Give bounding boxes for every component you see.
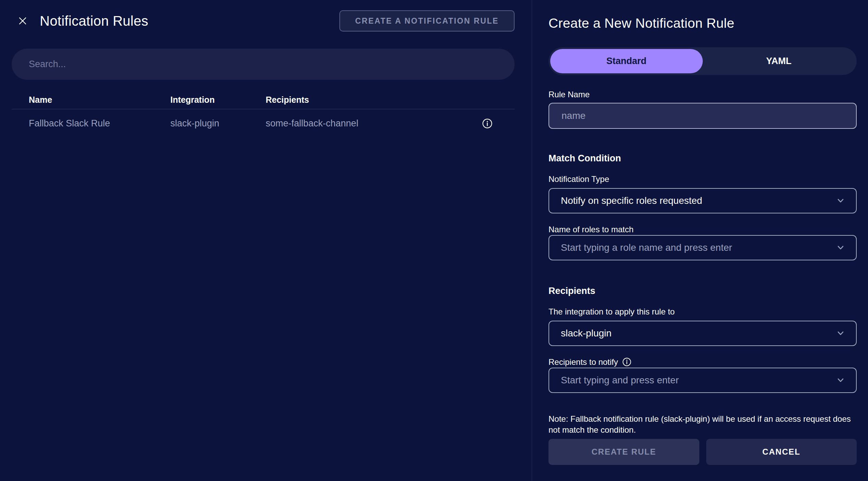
rules-table: Name Integration Recipients Fallback Sla… bbox=[12, 80, 515, 138]
roles-to-match-select[interactable]: Start typing a role name and press enter bbox=[548, 235, 857, 260]
recipients-to-notify-label-row: Recipients to notify bbox=[548, 357, 857, 367]
rule-name-cell: Fallback Slack Rule bbox=[29, 118, 170, 129]
notification-type-value: Notify on specific roles requested bbox=[561, 195, 702, 206]
form-actions: CREATE RULE CANCEL bbox=[548, 439, 857, 465]
rule-name-label: Rule Name bbox=[548, 89, 857, 99]
recipients-heading: Recipients bbox=[548, 285, 857, 296]
rule-integration-cell: slack-plugin bbox=[170, 118, 266, 129]
recipients-to-notify-label: Recipients to notify bbox=[548, 357, 618, 367]
table-row[interactable]: Fallback Slack Rule slack-plugin some-fa… bbox=[12, 109, 515, 138]
notification-rules-screen: Notification Rules CREATE A NOTIFICATION… bbox=[0, 0, 868, 481]
tab-standard[interactable]: Standard bbox=[550, 49, 703, 73]
editor-mode-toggle: Standard YAML bbox=[548, 47, 857, 75]
left-panel-header: Notification Rules CREATE A NOTIFICATION… bbox=[12, 10, 515, 32]
rule-recipients-cell: some-fallback-channel bbox=[266, 118, 460, 129]
column-header-recipients: Recipients bbox=[266, 95, 460, 105]
chevron-down-icon bbox=[835, 243, 846, 253]
create-rule-button[interactable]: CREATE RULE bbox=[548, 439, 699, 465]
search-input[interactable] bbox=[12, 49, 515, 80]
match-condition-heading: Match Condition bbox=[548, 153, 857, 164]
fallback-note: Note: Fallback notification rule (slack-… bbox=[548, 414, 857, 435]
column-header-name: Name bbox=[29, 95, 170, 105]
chevron-down-icon bbox=[835, 375, 846, 385]
column-header-actions bbox=[460, 95, 515, 105]
integration-value: slack-plugin bbox=[561, 328, 612, 339]
notification-rules-panel: Notification Rules CREATE A NOTIFICATION… bbox=[0, 0, 532, 481]
recipients-placeholder: Start typing and press enter bbox=[561, 375, 679, 386]
chevron-down-icon bbox=[835, 196, 846, 206]
info-icon[interactable] bbox=[622, 357, 631, 367]
info-icon[interactable] bbox=[482, 118, 493, 129]
rule-name-input[interactable] bbox=[548, 103, 857, 129]
chevron-down-icon bbox=[835, 328, 846, 338]
create-rule-panel: Create a New Notification Rule Standard … bbox=[532, 0, 868, 481]
integration-label: The integration to apply this rule to bbox=[548, 307, 857, 317]
roles-placeholder: Start typing a role name and press enter bbox=[561, 242, 732, 253]
tab-yaml[interactable]: YAML bbox=[703, 49, 855, 73]
column-header-integration: Integration bbox=[170, 95, 266, 105]
integration-select[interactable]: slack-plugin bbox=[548, 321, 857, 346]
notification-type-label: Notification Type bbox=[548, 174, 857, 184]
table-header-row: Name Integration Recipients bbox=[12, 80, 515, 109]
panel-title: Create a New Notification Rule bbox=[548, 16, 857, 31]
cancel-button[interactable]: CANCEL bbox=[706, 439, 857, 465]
create-notification-rule-button[interactable]: CREATE A NOTIFICATION RULE bbox=[339, 10, 515, 32]
roles-to-match-label: Name of roles to match bbox=[548, 224, 857, 234]
close-icon[interactable] bbox=[15, 13, 30, 28]
page-title: Notification Rules bbox=[40, 13, 148, 29]
recipients-to-notify-select[interactable]: Start typing and press enter bbox=[548, 368, 857, 393]
notification-type-select[interactable]: Notify on specific roles requested bbox=[548, 188, 857, 213]
